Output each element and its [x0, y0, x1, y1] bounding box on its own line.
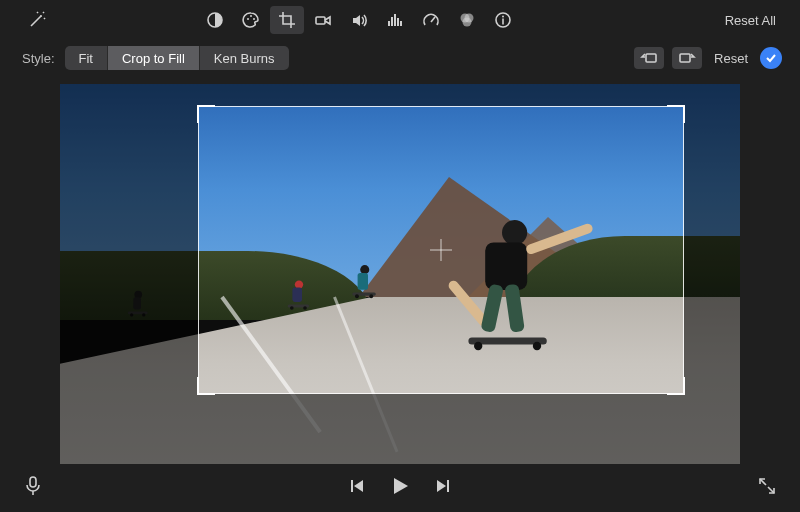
- video-camera-icon[interactable]: [306, 6, 340, 34]
- video-preview[interactable]: [60, 84, 740, 464]
- crop-mask: [60, 84, 740, 106]
- play-button[interactable]: [389, 475, 411, 497]
- style-crop-to-fill[interactable]: Crop to Fill: [108, 46, 200, 70]
- svg-rect-26: [351, 480, 353, 492]
- style-label: Style:: [22, 51, 55, 66]
- style-segmented-control: Fit Crop to Fill Ken Burns: [65, 46, 289, 70]
- crop-mask: [60, 394, 740, 464]
- next-frame-button[interactable]: [435, 478, 451, 494]
- crop-handle-tl[interactable]: [197, 105, 215, 123]
- crop-handle-bl[interactable]: [197, 377, 215, 395]
- crop-mask: [60, 106, 198, 394]
- svg-rect-11: [391, 17, 393, 26]
- svg-rect-27: [447, 480, 449, 492]
- crop-handle-tr[interactable]: [667, 105, 685, 123]
- adjustments-toolbar: Reset All: [0, 0, 800, 40]
- crop-actions: Reset: [634, 47, 782, 69]
- crop-mask: [684, 106, 740, 394]
- svg-point-20: [502, 16, 504, 18]
- svg-rect-14: [400, 21, 402, 26]
- crop-icon[interactable]: [270, 6, 304, 34]
- reset-crop-button[interactable]: Reset: [710, 51, 752, 66]
- rotate-ccw-button[interactable]: [634, 47, 664, 69]
- svg-point-1: [40, 15, 42, 17]
- svg-rect-24: [30, 477, 36, 487]
- playback-controls: [349, 475, 451, 497]
- prev-frame-button[interactable]: [349, 478, 365, 494]
- volume-icon[interactable]: [342, 6, 376, 34]
- adjust-tools: [198, 6, 520, 34]
- svg-line-15: [431, 17, 435, 22]
- svg-line-4: [37, 12, 38, 13]
- svg-point-7: [250, 15, 252, 17]
- color-palette-icon[interactable]: [234, 6, 268, 34]
- svg-rect-13: [397, 18, 399, 26]
- speed-gauge-icon[interactable]: [414, 6, 448, 34]
- color-balance-icon[interactable]: [450, 6, 484, 34]
- contrast-icon[interactable]: [198, 6, 232, 34]
- magic-wand-icon[interactable]: [20, 6, 54, 34]
- svg-point-8: [253, 18, 255, 20]
- svg-rect-22: [646, 54, 656, 62]
- svg-line-28: [760, 479, 766, 485]
- transport-bar: [0, 464, 800, 508]
- crop-style-bar: Style: Fit Crop to Fill Ken Burns Reset: [0, 40, 800, 76]
- svg-point-18: [463, 18, 472, 27]
- svg-rect-21: [502, 19, 504, 25]
- rotate-cw-button[interactable]: [672, 47, 702, 69]
- svg-rect-12: [394, 14, 396, 26]
- svg-rect-23: [680, 54, 690, 62]
- svg-line-29: [768, 487, 774, 493]
- style-ken-burns[interactable]: Ken Burns: [200, 46, 289, 70]
- crop-rectangle[interactable]: [198, 106, 684, 394]
- fullscreen-icon[interactable]: [758, 477, 776, 495]
- crop-handle-br[interactable]: [667, 377, 685, 395]
- svg-line-2: [43, 12, 44, 13]
- style-fit[interactable]: Fit: [65, 46, 108, 70]
- equalizer-icon[interactable]: [378, 6, 412, 34]
- svg-point-6: [247, 18, 249, 20]
- svg-line-3: [44, 18, 45, 19]
- svg-rect-9: [316, 17, 325, 24]
- apply-button[interactable]: [760, 47, 782, 69]
- svg-rect-10: [388, 21, 390, 26]
- svg-line-0: [31, 16, 41, 26]
- microphone-icon[interactable]: [24, 475, 42, 497]
- info-icon[interactable]: [486, 6, 520, 34]
- reset-all-button[interactable]: Reset All: [719, 9, 782, 32]
